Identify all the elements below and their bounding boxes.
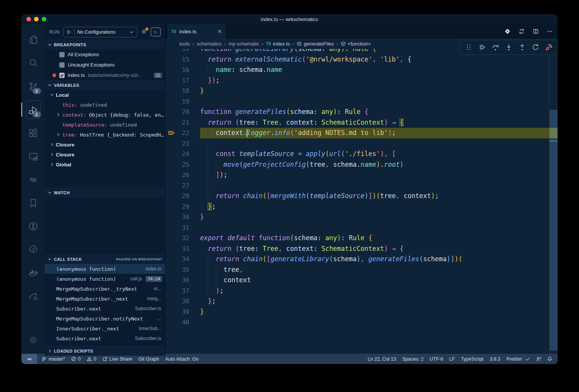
breakpoint-gutter[interactable]	[166, 317, 177, 328]
breakpoint-row[interactable]: index.tstools/schematics/my-sch...22	[45, 70, 165, 80]
scrollbar-thumb[interactable]	[550, 110, 558, 351]
sidebar-item-search[interactable]	[24, 51, 42, 75]
call-stack-frame[interactable]: MergeMapSubscriber._nextmerg...	[45, 294, 165, 304]
restart-button[interactable]	[530, 42, 540, 52]
breakpoint-gutter[interactable]	[166, 159, 177, 170]
step-into-button[interactable]	[504, 42, 514, 52]
loaded-scripts-header[interactable]: LOADED SCRIPTS	[45, 346, 165, 356]
debug-console-icon[interactable]: ▷	[151, 28, 161, 36]
status-item-prettier[interactable]: Prettier:	[506, 356, 530, 362]
call-stack-frame[interactable]: (anonymous function)call.js74:24	[45, 274, 165, 284]
sidebar-item-timeline[interactable]	[24, 215, 42, 238]
breakpoints-header[interactable]: BREAKPOINTS	[45, 40, 165, 49]
breakpoint-gutter[interactable]	[166, 96, 177, 107]
breadcrumb-item-5[interactable]: generateFiles	[297, 41, 334, 47]
split-editor-icon[interactable]	[533, 28, 539, 34]
breadcrumb-item-2[interactable]: schematics	[197, 41, 221, 47]
breakpoint-gutter[interactable]	[166, 170, 177, 181]
status-item-feedback[interactable]	[536, 356, 541, 361]
variable-row[interactable]: context:Object {debug: false, en…	[45, 110, 165, 120]
run-or-debug-icon[interactable]	[504, 28, 511, 34]
call-stack-frame[interactable]: MergeMapSubscriber._tryNextm...	[45, 284, 165, 294]
call-stack-header[interactable]: CALL STACK PAUSED ON BREAKPOINT	[45, 254, 165, 264]
breakpoint-gutter[interactable]	[166, 212, 177, 223]
sidebar-item-docker[interactable]	[24, 261, 42, 285]
watch-header[interactable]: WATCH	[45, 188, 165, 197]
start-debug-icon[interactable]	[66, 29, 72, 35]
breadcrumb-item-4[interactable]: TSindex.ts	[266, 41, 290, 47]
step-over-button[interactable]	[491, 42, 501, 52]
call-stack-frame[interactable]: (anonymous function)index.ts	[45, 264, 165, 274]
debug-settings-gear-icon[interactable]	[141, 28, 147, 36]
sidebar-item-remote-explorer[interactable]	[24, 145, 42, 168]
call-stack-frame[interactable]: Subscriber.nextSubscriber.ts	[45, 304, 165, 314]
variable-row[interactable]: this:undefined	[45, 100, 165, 110]
status-item-git-branch[interactable]: master*	[42, 356, 65, 362]
editor-scrollbar[interactable]	[549, 49, 558, 354]
sidebar-item-testing[interactable]	[24, 238, 42, 261]
continue-button[interactable]	[477, 42, 487, 52]
status-item-notifications[interactable]	[547, 356, 552, 361]
variable-scope-closure[interactable]: Closure	[45, 140, 165, 150]
drag-handle-button[interactable]	[464, 42, 474, 52]
sidebar-item-nx-console[interactable]: N≥	[24, 168, 42, 191]
breakpoint-gutter[interactable]	[166, 265, 177, 275]
variable-row[interactable]: templateSource:undefined	[45, 120, 165, 130]
sidebar-item-run-debug[interactable]: 1	[24, 98, 42, 121]
breakpoint-gutter[interactable]	[166, 75, 177, 86]
status-item-auto-attach[interactable]: Auto Attach: On	[165, 356, 199, 362]
variables-header[interactable]: VARIABLES	[45, 80, 165, 90]
breakpoint-gutter[interactable]	[166, 138, 177, 149]
status-item-errors[interactable]: 0	[71, 356, 81, 362]
tab-index-ts[interactable]: TS index.ts ✕	[168, 24, 226, 39]
breadcrumb-item-1[interactable]: tools	[179, 41, 190, 47]
sidebar-item-explorer[interactable]	[24, 28, 42, 51]
breakpoint-gutter[interactable]	[166, 107, 177, 117]
close-tab-icon[interactable]: ✕	[217, 28, 222, 34]
variable-scope-global[interactable]: Global	[45, 159, 165, 169]
open-changes-icon[interactable]	[519, 28, 525, 34]
step-out-button[interactable]	[517, 42, 527, 52]
breakpoint-gutter[interactable]	[166, 117, 177, 128]
sidebar-item-bookmarks[interactable]	[24, 191, 42, 215]
call-stack-frame[interactable]: Subscriber.nextSubscriber.ts	[45, 333, 165, 343]
breakpoint-gutter[interactable]	[166, 244, 177, 254]
breakpoint-row[interactable]: Uncaught Exceptions	[45, 60, 165, 70]
remote-indicator[interactable]: ><	[21, 354, 37, 364]
breakpoint-gutter[interactable]	[166, 275, 177, 286]
paused-breakpoint-icon[interactable]	[166, 128, 177, 138]
sidebar-item-extensions[interactable]	[24, 121, 42, 145]
call-stack-frame[interactable]: InnerSubscriber._nextInnerSub...	[45, 324, 165, 333]
sidebar-item-settings[interactable]	[24, 328, 42, 351]
status-item-encoding[interactable]: UTF-8	[429, 356, 443, 362]
breakpoint-gutter[interactable]	[166, 49, 177, 54]
status-item-cursor-position[interactable]: Ln 22, Col 13	[368, 356, 396, 362]
breakpoint-gutter[interactable]	[166, 191, 177, 202]
minimize-window-button[interactable]	[34, 17, 39, 21]
breakpoint-gutter[interactable]	[166, 286, 177, 296]
status-item-language-mode[interactable]: TypeScript	[461, 356, 483, 362]
status-item-ts-version[interactable]: 3.8.3	[490, 356, 500, 362]
debug-config-dropdown[interactable]: No Configurations	[63, 27, 137, 37]
status-item-live-share[interactable]: Live Share	[102, 356, 132, 362]
breakpoint-gutter[interactable]	[166, 254, 177, 265]
breadcrumb-item-3[interactable]: my-schematic	[229, 41, 259, 47]
sidebar-item-live-share[interactable]	[24, 285, 42, 308]
status-item-git-graph[interactable]: Git Graph	[138, 356, 159, 362]
call-stack-frame[interactable]: MergeMapSubscriber.notifyNext...	[45, 314, 165, 324]
breadcrumb-item-6[interactable]: <function>	[341, 41, 371, 47]
breakpoint-checkbox[interactable]	[59, 73, 65, 78]
variable-row[interactable]: tree:HostTree {_backend: ScopedH…	[45, 130, 165, 140]
code-editor[interactable]: 14function generateLibrary(schema: any):…	[166, 49, 558, 354]
breakpoint-gutter[interactable]	[166, 296, 177, 307]
breakpoint-checkbox[interactable]	[59, 62, 65, 68]
breakpoint-gutter[interactable]	[166, 86, 177, 96]
breakpoint-gutter[interactable]	[166, 202, 177, 212]
variable-scope-local[interactable]: Local	[45, 90, 165, 100]
variable-scope-closure[interactable]: Closure	[45, 150, 165, 159]
breakpoint-gutter[interactable]	[166, 223, 177, 233]
status-item-warnings[interactable]: 0	[87, 356, 96, 362]
breakpoint-gutter[interactable]	[166, 307, 177, 317]
more-actions-icon[interactable]	[547, 28, 553, 34]
sidebar-item-source-control[interactable]: 3	[24, 75, 42, 98]
